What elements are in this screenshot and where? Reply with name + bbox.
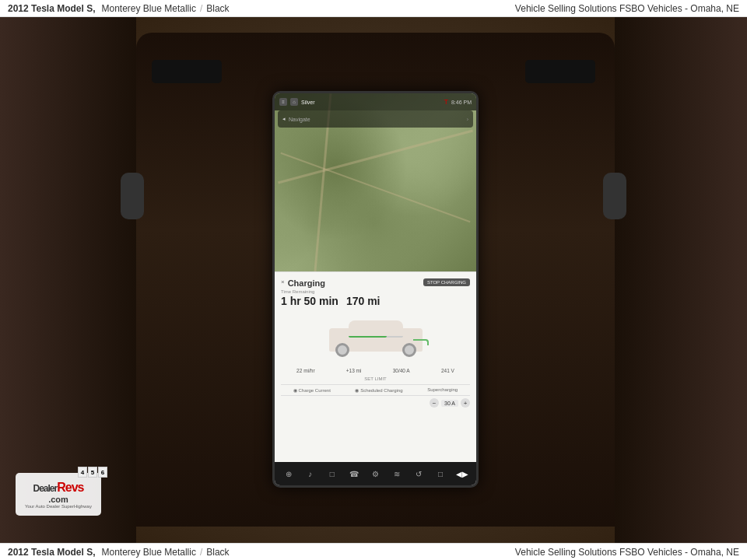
charge-current-tab[interactable]: ◉ Charge Current [293,387,331,393]
vent-left [152,60,222,83]
amp-plus-button[interactable]: + [461,398,470,408]
screen-nav-bar: ⊕ ♪ □ ☎ ⚙ ≋ ↺ □ ◀▶ [275,462,476,485]
bottom-bar: 2012 Tesla Model S, Monterey Blue Metall… [0,543,747,560]
top-bar: 2012 Tesla Model S, Monterey Blue Metall… [0,0,747,17]
miles-added-stat: +13 mi [346,368,362,373]
bottom-car-model: 2012 Tesla Model S, [8,547,96,558]
nav-icon-back[interactable]: ↺ [412,467,425,480]
bottom-interior: Black [206,547,229,558]
top-color: Monterey Blue Metallic [102,3,196,14]
nav-icon-media[interactable]: □ [326,467,338,480]
nav-icon-volume[interactable]: ◀▶ [456,467,468,480]
watermark-tld: .com [48,495,68,504]
map-status-bar: ≡ ⌂ Silver T 8:46 PM [275,93,476,110]
wm-num-5: 5 [88,467,97,478]
charging-header: × Charging STOP CHARGING [281,278,470,288]
bottom-dealer-info: Vehicle Selling Solutions FSBO Vehicles … [515,547,739,558]
scroll-wheel-left[interactable] [121,173,144,219]
charging-title: Charging [288,278,423,288]
wm-num-6: 6 [98,467,107,478]
vent-right [525,60,595,83]
scroll-wheel-right[interactable] [603,173,626,219]
amp-value-display: 30 A [441,400,458,407]
top-separator: / [200,3,202,14]
dealerrevs-watermark: 4 5 6 DealerRevs .com Your Auto Dealer S… [16,473,101,516]
watermark-revs: Revs [57,481,83,494]
amp-minus-button[interactable]: − [430,398,439,408]
miles-remaining-value: 170 mi [346,295,381,307]
nav-arrow-icon: ◂ [282,116,286,122]
watermark-tagline: Your Auto Dealer SuperHighway [25,504,92,509]
top-interior: Black [206,3,229,14]
side-panel-left [0,17,136,543]
stop-charging-button[interactable]: STOP CHARGING [423,278,470,286]
car-roof [349,320,403,336]
map-tesla-icon: T [444,98,448,106]
map-area[interactable]: ≡ ⌂ Silver T 8:46 PM ◂ Navigate › [275,93,476,280]
navigate-label: Navigate [289,117,310,122]
charging-tabs: ◉ Charge Current ◉ Scheduled Charging Su… [281,384,470,393]
time-remaining-value: 1 hr 50 min [281,295,338,307]
nav-icon-camera[interactable]: □ [434,467,447,480]
map-server-text: Silver [301,100,315,105]
car-graphic-area [281,310,470,365]
map-home-icon[interactable]: ⌂ [290,98,298,106]
supercharging-tab[interactable]: Supercharging [427,387,458,393]
nav-icon-settings[interactable]: ⚙ [369,467,381,480]
wheel-rear [402,343,416,357]
navigate-bar[interactable]: ◂ Navigate › [278,110,473,128]
watermark-numbers: 4 5 6 [78,467,107,478]
wm-num-4: 4 [78,467,87,478]
time-remaining-label: Time Remaining [281,289,470,294]
map-menu-icon[interactable]: ≡ [279,98,287,106]
charging-stats: 1 hr 50 min 170 mi [281,295,470,307]
charging-panel: × Charging STOP CHARGING Time Remaining … [275,271,476,485]
nav-chevron-icon: › [467,117,468,122]
nav-icon-music[interactable]: ♪ [304,467,317,480]
nav-icon-apps[interactable]: ≋ [391,467,403,480]
main-photo-area: ≡ ⌂ Silver T 8:46 PM ◂ Navigate › × Char… [0,17,747,543]
top-car-model: 2012 Tesla Model S, [8,3,96,14]
side-panel-right [615,17,747,543]
map-time: 8:46 PM [451,100,472,105]
charging-cable [413,339,429,345]
voltage-stat: 241 V [441,368,454,373]
scheduled-charging-tab[interactable]: ◉ Scheduled Charging [355,387,402,393]
top-dealer-info: Vehicle Selling Solutions FSBO Vehicles … [515,3,739,14]
charging-detail-stats: 22 mi/hr +13 mi 30/40 A 241 V [281,368,470,373]
tesla-screen[interactable]: ≡ ⌂ Silver T 8:46 PM ◂ Navigate › × Char… [272,91,479,488]
watermark-dealer: Dealer [33,483,58,494]
amp-controls: − 30 A + [430,398,470,408]
nav-icon-phone[interactable]: ☎ [348,467,360,480]
amp-control-row: − 30 A + [281,395,470,408]
wheel-front [335,343,349,357]
watermark-logo: DealerRevs [33,481,84,495]
nav-icon-home[interactable]: ⊕ [282,467,295,480]
car-graphic [321,317,430,359]
bottom-separator: / [200,547,202,558]
amperage-stat: 30/40 A [393,368,410,373]
bottom-color: Monterey Blue Metallic [102,547,196,558]
mph-stat: 22 mi/hr [296,368,314,373]
set-limit-button[interactable]: SET LIMIT [281,376,470,381]
